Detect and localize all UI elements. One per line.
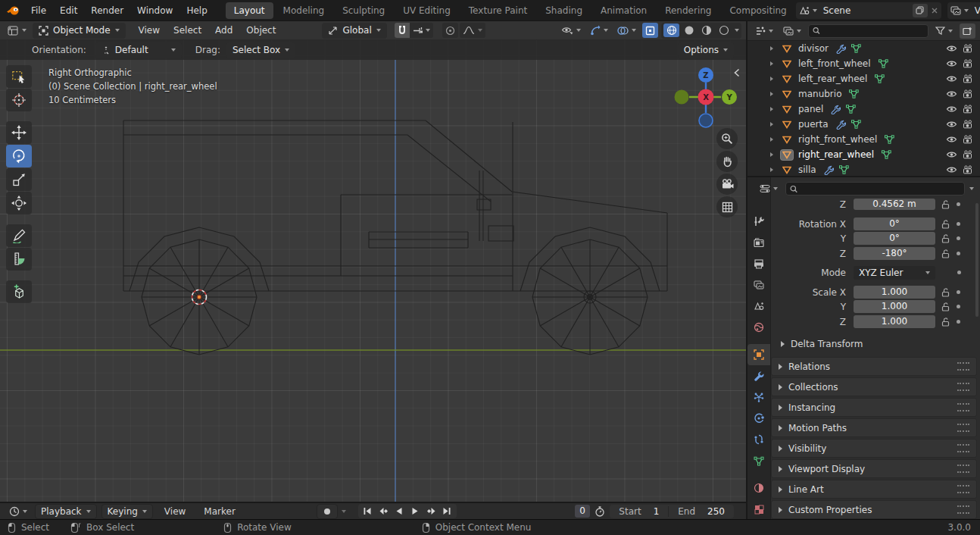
object-name[interactable]: left_rear_wheel — [798, 74, 867, 84]
tab-scene[interactable] — [747, 296, 770, 317]
tool-cursor[interactable] — [6, 89, 32, 111]
hide-eye-icon[interactable] — [946, 120, 957, 129]
playback-menu[interactable]: Playback — [35, 504, 97, 519]
drag-grip-icon[interactable] — [957, 362, 969, 371]
truck-wireframe[interactable] — [0, 40, 746, 502]
menu-render[interactable]: Render — [84, 3, 130, 18]
object-name[interactable]: right_rear_wheel — [798, 149, 874, 160]
snap-settings-dropdown[interactable] — [410, 23, 433, 38]
disable-render-icon[interactable] — [963, 165, 974, 174]
mesh-data-icon[interactable] — [846, 105, 856, 114]
viewport-3d[interactable]: Object Mode View Select Add Object Globa… — [0, 21, 746, 502]
shading-wireframe-button[interactable] — [663, 23, 679, 37]
proportional-falloff-dropdown[interactable] — [460, 23, 485, 38]
tab-object[interactable] — [747, 344, 770, 365]
zoom-button[interactable] — [716, 128, 738, 149]
menu-help[interactable]: Help — [179, 3, 214, 18]
drag-grip-icon[interactable] — [957, 424, 969, 432]
tab-world[interactable] — [747, 317, 770, 338]
disable-render-icon[interactable] — [963, 150, 974, 159]
start-frame-field[interactable]: Start1 — [610, 506, 668, 517]
gizmo-minus-z-axis[interactable] — [699, 114, 713, 127]
use-preview-range-icon[interactable] — [595, 506, 605, 517]
mesh-data-icon[interactable] — [851, 44, 861, 54]
sidebar-collapse-arrow[interactable] — [734, 68, 740, 77]
blender-logo-icon[interactable] — [6, 5, 21, 16]
disable-render-icon[interactable] — [963, 74, 974, 83]
animate-dot[interactable] — [957, 271, 961, 274]
tool-transform[interactable] — [6, 192, 32, 214]
current-frame-field[interactable]: 0 — [575, 505, 590, 518]
mesh-data-icon[interactable] — [839, 165, 849, 175]
hide-eye-icon[interactable] — [946, 74, 957, 83]
previous-keyframe-button[interactable] — [376, 505, 392, 518]
expand-icon[interactable] — [770, 46, 773, 51]
object-icon[interactable] — [781, 135, 793, 145]
object-icon[interactable] — [781, 105, 793, 114]
mesh-data-icon[interactable] — [885, 135, 894, 144]
mesh-data-icon[interactable] — [882, 150, 891, 159]
menu-add[interactable]: Add — [208, 25, 239, 36]
auto-keying-record-button[interactable] — [317, 504, 338, 519]
play-button[interactable] — [407, 505, 423, 518]
menu-select[interactable]: Select — [167, 25, 208, 36]
drag-grip-icon[interactable] — [957, 403, 969, 411]
modifier-wrench-icon[interactable] — [836, 120, 846, 130]
outliner-row-left-rear-wheel[interactable]: left_rear_wheel — [747, 71, 980, 86]
tab-render[interactable] — [747, 232, 770, 253]
new-collection-button[interactable] — [960, 23, 975, 39]
tab-uv-editing[interactable]: UV Editing — [395, 2, 459, 19]
transform-orientation-selector[interactable]: Global — [322, 23, 386, 39]
menu-window[interactable]: Window — [130, 3, 179, 18]
object-icon[interactable] — [781, 165, 793, 175]
overlays-toggle-dropdown[interactable] — [614, 23, 639, 38]
outliner-row-divisor[interactable]: divisor — [747, 41, 980, 56]
editor-type-button[interactable] — [5, 23, 30, 38]
rotation-z-field[interactable]: -180° — [854, 247, 935, 260]
lock-icon[interactable] — [941, 234, 950, 243]
tab-output[interactable] — [747, 253, 770, 274]
tab-constraints[interactable] — [747, 429, 770, 450]
animate-dot[interactable] — [957, 305, 960, 308]
animate-dot[interactable] — [957, 236, 960, 240]
tab-animation[interactable]: Animation — [592, 2, 655, 19]
timeline-view-menu[interactable]: View — [158, 506, 192, 517]
play-reverse-button[interactable] — [392, 505, 407, 518]
orientation-dropdown[interactable]: Default — [95, 42, 182, 58]
gizmos-toggle-dropdown[interactable] — [587, 23, 611, 38]
mesh-data-icon[interactable] — [875, 74, 885, 83]
object-name[interactable]: divisor — [798, 43, 829, 54]
drag-grip-icon[interactable] — [957, 485, 969, 493]
tab-physics[interactable] — [747, 408, 770, 429]
tab-modeling[interactable]: Modeling — [275, 2, 333, 19]
panel-relations[interactable]: Relations — [771, 357, 977, 376]
rotation-mode-dropdown[interactable]: XYZ Euler — [854, 266, 935, 280]
drag-grip-icon[interactable] — [957, 465, 969, 473]
object-name[interactable]: manubrio — [798, 89, 841, 99]
hide-eye-icon[interactable] — [946, 59, 957, 68]
shading-rendered-button[interactable] — [716, 23, 732, 37]
properties-scrollbar[interactable] — [975, 203, 978, 317]
object-name[interactable]: left_front_wheel — [798, 58, 871, 69]
object-icon-active[interactable] — [781, 150, 793, 160]
tool-measure[interactable] — [6, 248, 32, 271]
animate-dot[interactable] — [957, 222, 960, 226]
hide-eye-icon[interactable] — [946, 150, 957, 159]
object-name[interactable]: right_front_wheel — [798, 134, 877, 145]
outliner-row-left-front-wheel[interactable]: left_front_wheel — [747, 56, 980, 71]
pan-button[interactable] — [716, 151, 738, 172]
outliner-display-mode-button[interactable] — [780, 23, 804, 39]
tab-object-data[interactable] — [747, 450, 770, 471]
menu-edit[interactable]: Edit — [53, 3, 84, 18]
disable-render-icon[interactable] — [963, 135, 974, 144]
panel-collections[interactable]: Collections — [771, 377, 977, 396]
drag-grip-icon[interactable] — [957, 383, 969, 391]
disable-render-icon[interactable] — [963, 89, 974, 99]
tab-sculpting[interactable]: Sculpting — [334, 2, 393, 19]
modifier-wrench-icon[interactable] — [836, 44, 846, 54]
tab-texture-paint[interactable]: Texture Paint — [460, 2, 535, 19]
animate-dot[interactable] — [957, 320, 960, 324]
drag-dropdown[interactable]: Select Box — [226, 42, 295, 58]
properties-options-dropdown[interactable] — [969, 187, 974, 190]
panel-motion-paths[interactable]: Motion Paths — [771, 418, 977, 437]
